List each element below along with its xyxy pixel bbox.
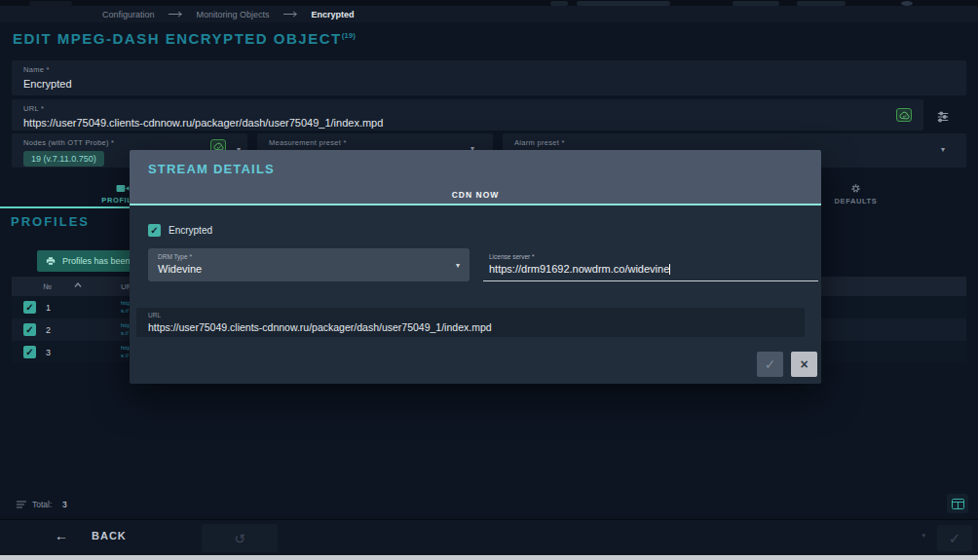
- dialog-title: STREAM DETAILS: [148, 162, 275, 176]
- chevron-down-icon[interactable]: ▾: [941, 145, 945, 154]
- encrypted-checkbox-checked[interactable]: ✓: [148, 224, 161, 237]
- total-value: 3: [62, 500, 67, 509]
- table-grid-icon: [952, 499, 964, 509]
- window-edge: [0, 555, 978, 560]
- url-field[interactable]: URL * https://user75049.clients-cdnnow.r…: [12, 99, 923, 131]
- column-header-number[interactable]: №: [43, 282, 52, 291]
- license-server-input[interactable]: License server * https://drm91692.nowdrm…: [483, 248, 818, 281]
- profiles-section-title: PROFILES: [11, 214, 90, 229]
- table-columns-button[interactable]: [947, 494, 968, 513]
- table-footer: Total: 3: [0, 492, 978, 517]
- page-title-count: (19): [342, 31, 356, 40]
- breadcrumb: Configuration Monitoring Objects Encrypt…: [0, 6, 978, 22]
- row-checkbox-checked[interactable]: ✓: [23, 323, 36, 336]
- total-label: Total:: [32, 500, 52, 509]
- check-icon: ✓: [949, 530, 961, 547]
- breadcrumb-item[interactable]: Monitoring Objects: [197, 10, 270, 19]
- tune-icon: [936, 110, 950, 124]
- drm-type-select[interactable]: DRM Type * Widevine ▾: [148, 248, 470, 281]
- dialog-url-value[interactable]: https://user75049.clients-cdnnow.ru/pack…: [136, 318, 805, 333]
- tune-settings-button[interactable]: [931, 105, 955, 129]
- printer-icon: [46, 256, 56, 266]
- license-server-value[interactable]: https://drm91692.nowdrm.co/widevine: [489, 263, 669, 275]
- sort-ascending-icon[interactable]: [74, 282, 82, 287]
- name-field-label: Name *: [12, 60, 966, 74]
- undo-icon: ↺: [234, 531, 245, 546]
- drm-type-label: DRM Type *: [148, 248, 470, 260]
- name-field-value[interactable]: Encrypted: [12, 74, 966, 90]
- close-button[interactable]: ×: [791, 352, 817, 377]
- row-checkbox-checked[interactable]: ✓: [23, 346, 36, 358]
- confirm-button-disabled[interactable]: ✓: [757, 352, 783, 377]
- list-icon: [17, 501, 26, 508]
- alarm-preset-label: Alarm preset *: [503, 133, 966, 147]
- node-chip[interactable]: 19 (v.7.11.0.750): [23, 151, 104, 167]
- tab-defaults-label: DEFAULTS: [835, 197, 878, 205]
- videocam-icon: [116, 183, 130, 194]
- page-footer: ← BACK ↺ ▾ ✓: [0, 519, 978, 555]
- drm-type-value: Widevine: [148, 260, 470, 275]
- row-number: 3: [46, 348, 51, 357]
- back-button[interactable]: ← BACK: [55, 528, 127, 543]
- url-field-label: URL *: [12, 99, 923, 113]
- back-button-label: BACK: [92, 530, 127, 541]
- breadcrumb-arrow-icon: [169, 11, 183, 18]
- breadcrumb-arrow-icon: [283, 11, 298, 18]
- encrypted-checkbox-label: Encrypted: [169, 225, 212, 236]
- save-button-disabled[interactable]: ✓: [937, 525, 972, 551]
- gear-icon: [849, 182, 862, 195]
- chevron-down-icon[interactable]: ▾: [456, 261, 460, 270]
- text-cursor: [669, 264, 670, 275]
- undo-button[interactable]: ↺: [202, 524, 278, 552]
- app-window: Configuration Monitoring Objects Encrypt…: [0, 0, 978, 560]
- arrow-left-icon: ←: [55, 528, 68, 543]
- dialog-url-label: URL: [136, 308, 805, 318]
- encrypted-checkbox-row[interactable]: ✓ Encrypted: [148, 224, 212, 237]
- chevron-down-icon[interactable]: ▾: [922, 532, 925, 540]
- license-server-label: License server *: [483, 248, 818, 260]
- row-number: 1: [46, 303, 51, 313]
- measurement-preset-label: Measurement preset *: [257, 133, 493, 147]
- breadcrumb-item[interactable]: Configuration: [102, 10, 155, 19]
- row-number: 2: [46, 325, 51, 335]
- dialog-header: STREAM DETAILS CDN NOW: [130, 150, 821, 205]
- close-icon: ×: [800, 356, 808, 372]
- row-checkbox-checked[interactable]: ✓: [23, 301, 36, 314]
- breadcrumb-item-current: Encrypted: [312, 10, 355, 19]
- dialog-actions: ✓ ×: [757, 352, 817, 377]
- name-field[interactable]: Name * Encrypted: [12, 60, 966, 95]
- dialog-url-field[interactable]: URL https://user75049.clients-cdnnow.ru/…: [136, 308, 805, 337]
- page-title: EDIT MPEG-DASH ENCRYPTED OBJECT(19): [13, 30, 356, 47]
- url-field-value[interactable]: https://user75049.clients-cdnnow.ru/pack…: [12, 113, 923, 129]
- dialog-body: ✓ Encrypted DRM Type * Widevine ▾ Licens…: [130, 205, 821, 384]
- check-icon: ✓: [765, 356, 776, 372]
- stream-details-dialog: STREAM DETAILS CDN NOW ✓ Encrypted DRM T…: [130, 150, 821, 384]
- tab-cdn-now[interactable]: CDN NOW: [130, 190, 821, 200]
- stream-online-icon: [896, 108, 912, 122]
